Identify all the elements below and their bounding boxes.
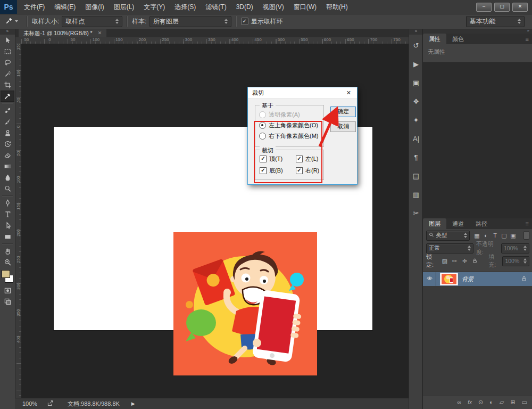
sample-size-select[interactable]: 取样点: [62, 16, 122, 27]
quick-mask-tool[interactable]: [1, 285, 14, 296]
menu-item-8[interactable]: 视图(V): [258, 0, 289, 14]
eyedropper-tool[interactable]: [1, 91, 14, 102]
menu-item-1[interactable]: 编辑(E): [49, 0, 80, 14]
tab-channels[interactable]: 通道: [446, 218, 470, 229]
dock-collapse-handle[interactable]: »: [409, 29, 423, 35]
lock-paint-icon[interactable]: ✏: [450, 258, 459, 265]
ok-button[interactable]: 确定: [330, 107, 356, 117]
window-minimize-button[interactable]: –: [476, 3, 492, 12]
menu-item-9[interactable]: 窗口(W): [289, 0, 321, 14]
history-brush-tool[interactable]: [1, 138, 14, 150]
panel-menu-icon[interactable]: ≡: [526, 34, 532, 44]
trim-dialog-titlebar[interactable]: 裁切 ✕: [248, 87, 357, 99]
fill-select[interactable]: 100%: [502, 256, 529, 266]
menu-item-10[interactable]: 帮助(H): [321, 0, 353, 14]
tab-layers[interactable]: 图层: [423, 218, 446, 229]
gradient-tool[interactable]: [1, 161, 14, 172]
properties-empty-text: 无属性: [423, 44, 532, 62]
zoom-level[interactable]: 100%: [22, 400, 47, 407]
measure-panel-icon[interactable]: ✂: [410, 207, 422, 219]
lock-position-icon[interactable]: ✛: [460, 258, 469, 265]
layer-thumbnail[interactable]: [440, 273, 458, 285]
menu-item-0[interactable]: 文件(F): [19, 0, 49, 14]
adjustment-layer-filter-icon[interactable]: ◐: [481, 232, 491, 239]
export-icon[interactable]: [47, 400, 54, 408]
paragraph-panel-icon[interactable]: ¶: [410, 151, 422, 163]
smart-object-filter-icon[interactable]: ▣: [509, 232, 518, 239]
history-panel-icon[interactable]: ↺: [410, 39, 422, 52]
brush-tool[interactable]: [1, 116, 14, 127]
menu-item-5[interactable]: 选择(S): [170, 0, 201, 14]
layer-visibility-toggle[interactable]: [423, 272, 436, 286]
show-ring-checkbox[interactable]: ✓: [241, 18, 248, 25]
healing-brush-tool[interactable]: [1, 105, 14, 116]
new-layer-icon[interactable]: ⊞: [510, 399, 515, 406]
delete-icon[interactable]: ▭: [522, 399, 527, 406]
tab-color[interactable]: 颜色: [446, 34, 470, 44]
close-icon[interactable]: ✕: [345, 89, 353, 96]
eraser-tool[interactable]: [1, 150, 14, 161]
menu-item-4[interactable]: 文字(Y): [139, 0, 170, 14]
window-maximize-button[interactable]: ▢: [494, 3, 510, 12]
pen-tool[interactable]: [1, 198, 14, 209]
layer-comps-panel-icon[interactable]: ▤: [410, 169, 422, 182]
type-layer-filter-icon[interactable]: T: [491, 232, 500, 239]
workspace-value: 基本功能: [470, 17, 495, 26]
crop-tool[interactable]: [1, 79, 14, 91]
close-tab-icon[interactable]: ✕: [98, 29, 102, 37]
foreground-color-swatch[interactable]: [2, 270, 10, 278]
color-swatches[interactable]: [1, 269, 14, 283]
sample-select[interactable]: 所有图层: [149, 16, 231, 27]
path-select-tool[interactable]: [1, 220, 14, 231]
magic-wand-tool[interactable]: [1, 68, 14, 79]
tab-paths[interactable]: 路径: [470, 218, 493, 229]
tab-properties[interactable]: 属性: [423, 34, 446, 44]
actions-panel-icon[interactable]: ▶: [410, 58, 422, 70]
layer-row-background[interactable]: 背景: [423, 272, 532, 286]
dodge-tool[interactable]: [1, 183, 14, 194]
effects-icon[interactable]: fx: [468, 399, 472, 405]
mask-icon[interactable]: ⊙: [478, 399, 483, 406]
menu-item-2[interactable]: 图像(I): [80, 0, 109, 14]
group-icon[interactable]: ▱: [500, 399, 504, 406]
lock-transparent-icon[interactable]: ▨: [440, 258, 449, 265]
lock-all-icon[interactable]: [470, 258, 479, 265]
panel-menu-icon[interactable]: ≡: [526, 218, 532, 229]
layer-filter-select[interactable]: 类型: [426, 231, 470, 241]
type-tool[interactable]: [1, 209, 14, 220]
cancel-button[interactable]: 取消: [330, 121, 356, 132]
move-tool[interactable]: [1, 35, 14, 46]
opacity-select[interactable]: 100%: [501, 243, 529, 253]
panel-group-header[interactable]: »: [423, 29, 532, 34]
workspace-select[interactable]: 基本功能: [466, 16, 525, 27]
menu-item-3[interactable]: 图层(L): [109, 0, 139, 14]
menu-item-7[interactable]: 3D(D): [231, 0, 258, 14]
link-icon[interactable]: ∞: [457, 399, 461, 405]
hand-tool[interactable]: [1, 246, 14, 257]
menu-item-6[interactable]: 滤镜(T): [201, 0, 231, 14]
character-panel-icon[interactable]: A|: [410, 132, 422, 145]
pixel-layer-filter-icon[interactable]: ▦: [472, 232, 481, 239]
toolbar-collapse-handle[interactable]: »: [0, 29, 15, 35]
adjustment-icon[interactable]: ◐: [489, 399, 493, 405]
sample-size-value: 取样点: [65, 17, 85, 26]
rect-marquee-tool[interactable]: [1, 46, 14, 57]
document-tab[interactable]: 未标题-1 @ 100%(RGB/8) * ✕: [19, 29, 106, 37]
status-flyout-arrow[interactable]: ▶: [131, 401, 135, 406]
notes-panel-icon[interactable]: ▥: [410, 188, 422, 201]
tool-preset-picker[interactable]: [0, 17, 22, 26]
brush-presets-panel-icon[interactable]: ✦: [410, 113, 422, 126]
ruler-top-label: 450: [254, 37, 261, 42]
filter-toggle-switch[interactable]: [523, 231, 529, 240]
blend-mode-select[interactable]: 正常: [426, 243, 473, 253]
clone-stamp-tool[interactable]: [1, 127, 14, 138]
lasso-tool[interactable]: [1, 57, 14, 68]
shape-tool[interactable]: [1, 231, 14, 242]
zoom-tool[interactable]: [1, 257, 14, 268]
blur-tool[interactable]: [1, 172, 14, 183]
window-close-button[interactable]: ✕: [512, 3, 528, 12]
tool-presets-panel-icon[interactable]: ▣: [410, 76, 422, 89]
screen-mode-tool[interactable]: [1, 296, 14, 307]
styles-panel-icon[interactable]: ❖: [410, 95, 422, 108]
shape-layer-filter-icon[interactable]: ▢: [500, 232, 509, 239]
